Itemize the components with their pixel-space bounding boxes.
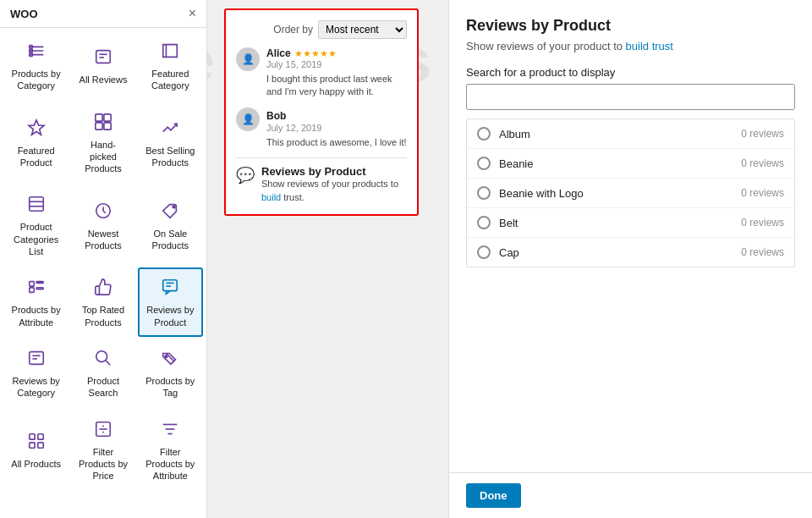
sidebar-item-products-by-tag[interactable]: Products by Tag (138, 339, 203, 408)
review-date-2: July 12, 2019 (266, 123, 407, 133)
product-list-item-3[interactable]: Belt0 reviews (467, 208, 794, 238)
sidebar-close-button[interactable]: × (189, 7, 196, 20)
sidebar-item-products-by-category[interactable]: Products by Category (3, 31, 69, 101)
newest-products-icon (94, 201, 112, 223)
product-name-0: Album (499, 128, 741, 141)
svg-rect-23 (29, 352, 43, 365)
reviews-label-title: Reviews by Product (261, 165, 407, 178)
sidebar-item-filter-products-by-attribute[interactable]: Filter Products by Attribute (138, 410, 203, 491)
sidebar-item-label-product-categories-list: Product Categories List (10, 221, 62, 257)
product-radio-4 (477, 245, 491, 259)
sidebar-item-label-top-rated-products: Top Rated Products (77, 304, 129, 328)
sidebar-grid: Products by CategoryAll ReviewsFeatured … (0, 28, 206, 493)
sidebar-item-featured-category[interactable]: Featured Category (138, 31, 203, 101)
preview-divider (236, 157, 407, 158)
product-categories-list-icon (27, 195, 46, 217)
product-search-icon (94, 349, 112, 371)
svg-rect-17 (29, 288, 34, 293)
product-radio-3 (477, 216, 491, 229)
product-list-item-1[interactable]: Beanie0 reviews (467, 149, 794, 179)
sidebar-item-best-selling-products[interactable]: Best Selling Products (138, 102, 203, 184)
svg-rect-29 (29, 434, 34, 439)
sidebar-item-label-newest-products: Newest Products (77, 228, 129, 252)
reviews-block-icon: 💬 (236, 166, 255, 185)
product-reviews-2: 0 reviews (741, 187, 784, 199)
product-reviews-3: 0 reviews (741, 217, 784, 229)
panel-footer: Done (449, 472, 812, 518)
order-by-select[interactable]: Most recent Highest rating Lowest rating (318, 20, 407, 39)
sidebar-item-featured-product[interactable]: Featured Product (3, 102, 69, 184)
reviews-by-product-icon (161, 278, 179, 300)
products-by-tag-icon (161, 349, 179, 371)
svg-rect-11 (29, 197, 43, 212)
sidebar-item-products-by-attribute[interactable]: Products by Attribute (3, 267, 69, 337)
search-input[interactable] (466, 84, 795, 110)
hand-picked-products-icon (94, 113, 112, 135)
svg-rect-19 (36, 288, 43, 289)
featured-product-icon (27, 118, 46, 141)
svg-rect-18 (36, 282, 43, 284)
sidebar-item-label-hand-picked-products: Hand-picked Products (77, 139, 129, 175)
sidebar-title: WOO (10, 8, 38, 20)
product-name-3: Belt (499, 217, 741, 229)
sidebar-item-label-products-by-tag: Products by Tag (145, 375, 196, 400)
filter-products-by-price-icon (94, 420, 112, 442)
review-name-1: Alice (266, 47, 291, 59)
review-content-2: Bob July 12, 2019 This product is awesom… (266, 107, 407, 149)
svg-point-15 (173, 206, 176, 208)
svg-rect-31 (29, 443, 34, 448)
all-products-icon (27, 432, 46, 454)
product-reviews-4: 0 reviews (741, 246, 784, 258)
sidebar-item-label-products-by-attribute: Products by Attribute (10, 304, 62, 328)
sidebar-item-label-featured-category: Featured Category (145, 68, 196, 92)
sidebar-item-filter-products-by-price[interactable]: Filter Products by Price (70, 410, 135, 491)
sidebar-item-label-featured-product: Featured Product (10, 145, 62, 169)
panel-subtitle: Show reviews of your product to build tr… (466, 40, 795, 52)
review-name-2: Bob (266, 110, 286, 122)
sidebar-item-all-reviews[interactable]: All Reviews (70, 31, 135, 101)
product-list: Album0 reviewsBeanie0 reviewsBeanie with… (466, 118, 795, 267)
review-text-1: I bought this product last week and I'm … (266, 73, 407, 99)
svg-rect-16 (29, 282, 34, 287)
product-list-item-4[interactable]: Cap0 reviews (467, 238, 794, 267)
sidebar-item-product-categories-list[interactable]: Product Categories List (3, 185, 69, 266)
all-reviews-icon (94, 47, 112, 69)
side-panel: Reviews by Product Show reviews of your … (448, 0, 812, 518)
sidebar-item-reviews-by-product[interactable]: Reviews by Product (138, 267, 203, 337)
sidebar-item-all-products[interactable]: All Products (3, 410, 69, 491)
reviews-label-desc: Show reviews of your products to build t… (261, 178, 407, 204)
done-button[interactable]: Done (466, 483, 521, 508)
sidebar-header: WOO × (0, 0, 206, 28)
product-list-item-2[interactable]: Beanie with Logo0 reviews (467, 179, 794, 208)
review-item-1: 👤 Alice ★★★★★ July 15, 2019 I bought thi… (236, 47, 407, 99)
product-name-1: Beanie (499, 157, 741, 170)
reviews-label-text: Reviews by Product Show reviews of your … (261, 165, 407, 204)
sidebar-item-label-all-reviews: All Reviews (80, 74, 128, 85)
sidebar-item-product-search[interactable]: Product Search (70, 339, 135, 408)
sidebar-item-label-product-search: Product Search (77, 375, 129, 400)
sidebar-item-on-sale-products[interactable]: On Sale Products (138, 185, 203, 266)
product-reviews-0: 0 reviews (741, 128, 784, 140)
sidebar-item-label-on-sale-products: On Sale Products (145, 228, 196, 252)
sidebar-item-hand-picked-products[interactable]: Hand-picked Products (70, 102, 135, 184)
product-list-item-0[interactable]: Album0 reviews (467, 119, 794, 149)
sidebar: WOO × Products by CategoryAll ReviewsFea… (0, 0, 207, 518)
best-selling-products-icon (161, 118, 179, 141)
panel-title: Reviews by Product (466, 17, 795, 35)
product-name-2: Beanie with Logo (499, 187, 741, 200)
svg-rect-30 (37, 434, 42, 439)
sidebar-item-reviews-by-category[interactable]: Reviews by Category (3, 339, 69, 408)
sidebar-item-newest-products[interactable]: Newest Products (70, 185, 135, 266)
reviews-by-category-icon (27, 349, 46, 371)
svg-point-28 (165, 355, 167, 358)
sidebar-item-label-products-by-category: Products by Category (10, 68, 62, 92)
products-by-category-icon (27, 41, 46, 63)
sidebar-item-top-rated-products[interactable]: Top Rated Products (70, 267, 135, 337)
order-by-row: Order by Most recent Highest rating Lowe… (236, 20, 407, 39)
review-avatar-2: 👤 (236, 107, 260, 131)
svg-point-26 (96, 351, 107, 362)
product-radio-0 (477, 127, 491, 141)
review-item-2: 👤 Bob July 12, 2019 This product is awes… (236, 107, 407, 149)
side-panel-content: Reviews by Product Show reviews of your … (449, 0, 812, 472)
editor-canvas: mmerce Blocks Order by Most recent Highe… (207, 0, 448, 518)
